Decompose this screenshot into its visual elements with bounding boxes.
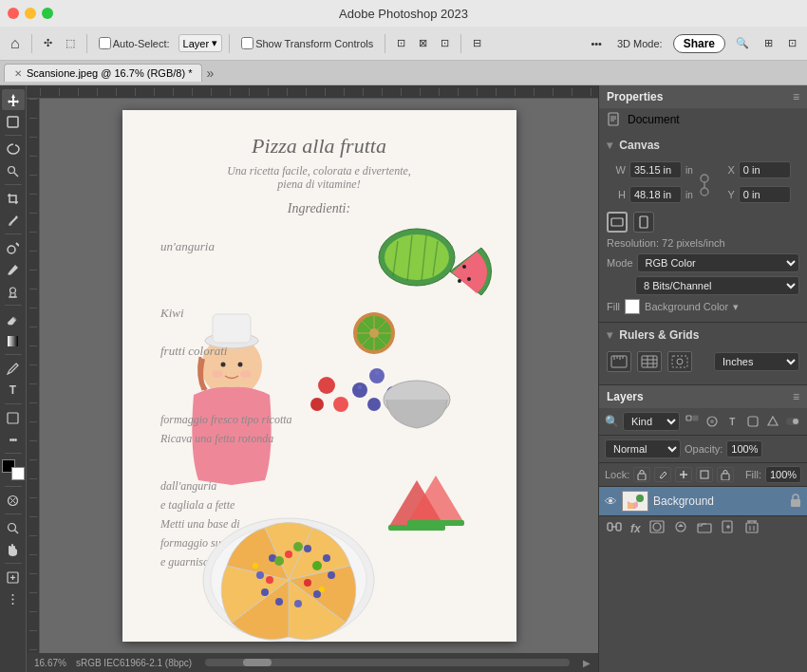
- svg-point-82: [256, 571, 264, 579]
- kind-select[interactable]: Kind Name Effect: [623, 412, 680, 431]
- height-input[interactable]: [629, 186, 682, 203]
- filter-type-btn[interactable]: T: [724, 413, 741, 430]
- transform-checkbox-label: Show Transform Controls: [236, 35, 378, 51]
- blend-mode-select[interactable]: Normal Multiply Screen Overlay: [605, 439, 681, 458]
- svg-text:piena di vitamine!: piena di vitamine!: [276, 177, 360, 191]
- opacity-input[interactable]: [726, 440, 762, 457]
- lock-pixels-btn[interactable]: [633, 467, 650, 482]
- distribute-button[interactable]: ⊟: [468, 35, 486, 51]
- document-tab-item[interactable]: Document: [599, 108, 807, 133]
- width-input[interactable]: [629, 161, 682, 178]
- align-left-button[interactable]: ⊡: [392, 35, 410, 51]
- document-tab[interactable]: ✕ Scansione.jpeg @ 16.7% (RGB/8) *: [4, 64, 202, 82]
- ruler-icon-btn[interactable]: [607, 351, 631, 372]
- delete-layer-button[interactable]: [742, 520, 761, 536]
- grid-icon-btn[interactable]: [637, 351, 662, 372]
- canvas-document[interactable]: Pizza alla frutta Una ricetta facile, co…: [122, 110, 516, 642]
- lasso-tool[interactable]: [2, 139, 25, 159]
- marquee-tool-button[interactable]: ⬚: [61, 35, 80, 51]
- background-color[interactable]: [11, 467, 25, 480]
- align-right-button[interactable]: ⊡: [436, 35, 454, 51]
- snap-icon-btn[interactable]: [667, 351, 692, 372]
- crop-tool[interactable]: [2, 188, 25, 209]
- layout-button[interactable]: ⊞: [760, 35, 778, 51]
- filter-adjust-btn[interactable]: [704, 413, 720, 430]
- filter-toggle[interactable]: [785, 413, 801, 430]
- three-dots-tool[interactable]: [2, 588, 25, 609]
- text-tool[interactable]: T: [2, 380, 25, 401]
- lock-all-btn[interactable]: [717, 467, 734, 482]
- pen-tool[interactable]: [2, 358, 25, 379]
- stamp-tool[interactable]: [2, 281, 25, 302]
- rulers-grids-header[interactable]: ▾ Rulers & Grids: [599, 323, 807, 347]
- extra-tools[interactable]: •••: [2, 429, 25, 450]
- shape-tool[interactable]: [2, 407, 25, 428]
- eraser-tool[interactable]: [2, 308, 25, 329]
- link-layers-button[interactable]: [605, 520, 624, 536]
- panel-menu-icon[interactable]: ≡: [793, 90, 799, 103]
- portrait-icon-btn[interactable]: [633, 212, 654, 233]
- minimize-button[interactable]: [25, 8, 36, 19]
- zoom-tool[interactable]: [2, 517, 25, 538]
- fill-color-swatch[interactable]: [625, 299, 640, 314]
- filter-shape-btn[interactable]: [744, 413, 760, 430]
- lock-move-btn[interactable]: [675, 467, 692, 482]
- filter-pixel-btn[interactable]: [684, 413, 700, 430]
- lock-draw-btn[interactable]: [654, 467, 671, 482]
- fill-dropdown-arrow[interactable]: ▾: [733, 301, 739, 313]
- spot-heal-tool[interactable]: [2, 237, 25, 258]
- fx-button[interactable]: fx: [629, 522, 643, 535]
- layer-visibility-eye[interactable]: 👁: [605, 495, 617, 509]
- chain-icon: [698, 171, 711, 199]
- expand-button[interactable]: ⊡: [783, 35, 801, 51]
- close-button[interactable]: [8, 8, 19, 19]
- layers-menu-icon[interactable]: ≡: [793, 390, 799, 403]
- maximize-button[interactable]: [42, 8, 53, 19]
- new-layer-button[interactable]: [719, 520, 738, 536]
- new-group-button[interactable]: [695, 520, 714, 536]
- fill-input[interactable]: [765, 466, 801, 483]
- filter-smart-btn[interactable]: [764, 413, 780, 430]
- layer-background[interactable]: 👁 Background: [599, 487, 807, 515]
- svg-rect-10: [8, 336, 18, 346]
- bits-select[interactable]: 8 Bits/Channel 16 Bits/Channel 32 Bits/C…: [635, 276, 799, 295]
- arrow-right-icon[interactable]: ▶: [583, 658, 591, 668]
- search-button[interactable]: 🔍: [731, 35, 754, 51]
- tool-separator-3: [5, 233, 22, 234]
- edit-toolbar-button[interactable]: [2, 567, 25, 588]
- quick-select-tool[interactable]: [2, 160, 25, 181]
- add-mask-button[interactable]: [647, 520, 666, 536]
- y-input[interactable]: [739, 186, 791, 203]
- share-button[interactable]: Share: [673, 34, 725, 53]
- toggle-switch[interactable]: [786, 418, 799, 425]
- layer-dropdown[interactable]: Layer ▾: [178, 34, 223, 52]
- eyedropper-tool[interactable]: [2, 210, 25, 231]
- align-center-button[interactable]: ⊠: [414, 35, 432, 51]
- scroll-thumb[interactable]: [243, 659, 272, 666]
- color-swatches[interactable]: [2, 459, 25, 480]
- color-mode-select[interactable]: RGB Color CMYK Color Grayscale: [637, 253, 799, 272]
- more-button[interactable]: •••: [586, 36, 607, 51]
- brush-tool[interactable]: [2, 259, 25, 280]
- selection-tool[interactable]: [2, 111, 25, 132]
- hand-tool[interactable]: [2, 539, 25, 560]
- auto-select-checkbox[interactable]: [99, 37, 111, 49]
- svg-point-75: [304, 545, 311, 552]
- mask-mode-button[interactable]: [2, 490, 25, 511]
- move-tool-button[interactable]: ✣: [39, 35, 57, 51]
- x-input[interactable]: [739, 161, 791, 178]
- adjustments-button[interactable]: [671, 520, 690, 536]
- expand-panels-button[interactable]: »: [206, 65, 214, 81]
- gradient-tool[interactable]: [2, 330, 25, 351]
- lock-artboard-btn[interactable]: [696, 467, 713, 482]
- mode-label: Mode: [607, 257, 633, 269]
- landscape-icon-btn[interactable]: [607, 212, 628, 233]
- horizontal-scrollbar[interactable]: [205, 659, 570, 666]
- move-tool[interactable]: [2, 89, 25, 110]
- ruler-marks: [40, 88, 598, 96]
- canvas-section-header[interactable]: ▾ Canvas: [599, 133, 807, 158]
- tab-close-button[interactable]: ✕: [14, 68, 22, 79]
- home-button[interactable]: ⌂: [6, 33, 25, 54]
- transform-checkbox[interactable]: [241, 37, 253, 49]
- units-select[interactable]: Inches Pixels Centimeters Millimeters Po…: [714, 352, 799, 371]
